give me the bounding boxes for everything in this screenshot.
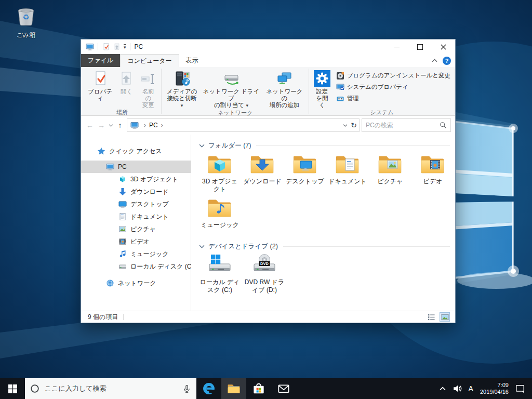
uninstall-program-icon bbox=[336, 72, 344, 80]
refresh-icon[interactable]: ↻ bbox=[351, 121, 357, 129]
taskbar-search-placeholder: ここに入力して検索 bbox=[45, 384, 107, 393]
recycle-bin-desktop-icon[interactable]: ♻ ごみ箱 bbox=[10, 4, 42, 39]
documents-page-icon bbox=[118, 212, 127, 221]
large-icons-view-button[interactable] bbox=[440, 312, 450, 322]
collapse-ribbon-icon[interactable] bbox=[432, 58, 437, 63]
file-explorer-icon bbox=[227, 381, 241, 396]
tab-view[interactable]: 表示 bbox=[179, 54, 205, 67]
qat-new-folder-icon[interactable] bbox=[113, 43, 121, 51]
address-row: ← → ↑ › PC › ↻ PCの検索 bbox=[81, 116, 455, 135]
clock-time: 7:09 bbox=[480, 382, 509, 389]
breadcrumb-separator-icon[interactable]: › bbox=[158, 122, 166, 129]
taskbar-app-mail[interactable] bbox=[271, 378, 296, 399]
sidebar-item-documents[interactable]: ドキュメント bbox=[81, 210, 191, 223]
qat-properties-icon[interactable] bbox=[102, 43, 110, 51]
qat-separator bbox=[130, 43, 130, 50]
ribbon-group-location: プロパティ 開く 名前の 変更 場所 bbox=[83, 67, 161, 115]
dvd-disc-label: DVD bbox=[260, 261, 269, 266]
rename-button[interactable]: 名前の 変更 bbox=[137, 68, 159, 109]
map-network-drive-button[interactable]: ネットワーク ドライブ の割り当て ▾ bbox=[200, 68, 262, 109]
folder-tile-documents[interactable]: ドキュメント bbox=[327, 152, 368, 193]
sidebar-item-local-disk-c[interactable]: ローカル ディスク (C:) bbox=[81, 260, 191, 273]
folder-tile-videos[interactable]: ビデオ bbox=[412, 152, 454, 193]
start-button[interactable] bbox=[0, 378, 25, 399]
details-view-button[interactable] bbox=[426, 312, 436, 322]
manage-icon bbox=[336, 95, 344, 103]
system-properties-button[interactable]: システムのプロパティ bbox=[336, 83, 450, 91]
address-bar[interactable]: › PC › ↻ bbox=[127, 118, 360, 132]
action-center-icon[interactable] bbox=[515, 384, 525, 393]
sidebar-item-desktop[interactable]: デスクトップ bbox=[81, 198, 191, 210]
uninstall-program-button[interactable]: プログラムのアンインストールと変更 bbox=[336, 71, 450, 80]
microphone-icon[interactable] bbox=[182, 384, 191, 393]
cortana-ring-icon bbox=[30, 384, 39, 393]
open-button[interactable]: 開く bbox=[115, 68, 137, 95]
map-network-drive-icon bbox=[223, 70, 240, 87]
folder-tile-3d-objects[interactable]: 3D オブジェクト bbox=[199, 152, 241, 193]
recent-locations-dropdown-icon[interactable] bbox=[107, 124, 114, 127]
tab-file[interactable]: ファイル bbox=[81, 54, 120, 67]
system-tray: A 7:09 2019/04/16 bbox=[440, 378, 532, 399]
ime-indicator[interactable]: A bbox=[469, 384, 473, 393]
items-count: 9 個の項目 bbox=[88, 313, 118, 322]
dvd-rw-drive-icon: DVD bbox=[252, 253, 277, 278]
search-box[interactable]: PCの検索 bbox=[362, 118, 451, 132]
close-button[interactable] bbox=[432, 39, 455, 54]
mail-icon bbox=[276, 381, 291, 396]
address-dropdown-icon[interactable] bbox=[343, 124, 348, 127]
close-icon bbox=[441, 44, 446, 50]
sidebar-item-pc[interactable]: PC bbox=[81, 161, 191, 173]
volume-icon[interactable] bbox=[453, 384, 462, 393]
pc-monitor-icon bbox=[106, 163, 114, 171]
back-button[interactable]: ← bbox=[84, 119, 96, 131]
media-connect-button[interactable]: メディアの 接続と切断 ▾ bbox=[164, 68, 200, 109]
ribbon-group-label-system: システム bbox=[311, 109, 453, 116]
downloads-arrow-icon bbox=[118, 188, 127, 196]
folder-tile-desktop[interactable]: デスクトップ bbox=[284, 152, 326, 193]
drive-tile-dvd-rw-d[interactable]: DVD DVD RW ドライブ (D:) bbox=[244, 253, 285, 294]
section-rule bbox=[256, 145, 450, 146]
open-settings-button[interactable]: 設定 を開く bbox=[311, 68, 333, 109]
drives-grid: ローカル ディスク (C:) DVD DVD RW ドライブ (D:) bbox=[199, 253, 455, 296]
quick-access-toolbar: ▾ bbox=[86, 43, 131, 51]
sidebar-item-music[interactable]: ミュージック bbox=[81, 248, 191, 260]
help-button[interactable]: ? bbox=[443, 57, 451, 65]
breadcrumb-pc[interactable]: PC bbox=[149, 122, 158, 129]
forward-button[interactable]: → bbox=[96, 119, 107, 131]
drives-section-header[interactable]: デバイスとドライブ (2) bbox=[199, 242, 455, 251]
desktop-monitor-icon bbox=[118, 200, 127, 208]
up-button[interactable]: ↑ bbox=[114, 119, 126, 131]
folder-tile-music[interactable]: ミュージック bbox=[199, 196, 241, 236]
breadcrumb-separator-icon: › bbox=[141, 122, 149, 129]
taskbar-app-file-explorer[interactable] bbox=[221, 378, 246, 399]
add-network-location-button[interactable]: ネットワークの 場所の追加 bbox=[262, 68, 307, 109]
show-hidden-icons-chevron[interactable] bbox=[440, 386, 446, 391]
microsoft-store-icon bbox=[251, 381, 266, 396]
desktop: ♻ ごみ箱 ▾ PC bbox=[0, 0, 532, 399]
search-icon[interactable] bbox=[440, 122, 447, 129]
properties-button[interactable]: プロパティ bbox=[85, 68, 115, 102]
folder-tile-downloads[interactable]: ダウンロード bbox=[242, 152, 283, 193]
maximize-button[interactable] bbox=[408, 39, 432, 54]
drive-tile-local-disk-c[interactable]: ローカル ディスク (C:) bbox=[199, 253, 241, 294]
window-controls bbox=[385, 39, 455, 54]
minimize-button[interactable] bbox=[385, 39, 408, 54]
ribbon-group-label-location: 場所 bbox=[85, 109, 159, 116]
sidebar-item-quick-access[interactable]: クイック アクセス bbox=[81, 145, 191, 157]
taskbar-search-box[interactable]: ここに入力して検索 bbox=[25, 378, 196, 399]
qat-customize-dropdown-icon[interactable]: ▾ bbox=[124, 44, 126, 50]
add-network-location-icon bbox=[276, 70, 292, 87]
local-disk-c-icon bbox=[207, 253, 232, 278]
taskbar-clock[interactable]: 7:09 2019/04/16 bbox=[480, 382, 509, 395]
sidebar-item-videos[interactable]: ビデオ bbox=[81, 235, 191, 248]
taskbar-app-store[interactable] bbox=[246, 378, 271, 399]
tab-computer[interactable]: コンピューター bbox=[120, 54, 179, 67]
folders-section-header[interactable]: フォルダー (7) bbox=[199, 141, 455, 150]
sidebar-item-network[interactable]: ネットワーク bbox=[81, 277, 191, 289]
folder-tile-pictures[interactable]: ピクチャ bbox=[369, 152, 411, 193]
manage-button[interactable]: 管理 bbox=[336, 94, 450, 103]
sidebar-item-3d-objects[interactable]: 3D オブジェクト bbox=[81, 173, 191, 185]
sidebar-item-pictures[interactable]: ピクチャ bbox=[81, 223, 191, 235]
taskbar-app-edge[interactable] bbox=[196, 378, 221, 399]
sidebar-item-downloads[interactable]: ダウンロード bbox=[81, 185, 191, 198]
